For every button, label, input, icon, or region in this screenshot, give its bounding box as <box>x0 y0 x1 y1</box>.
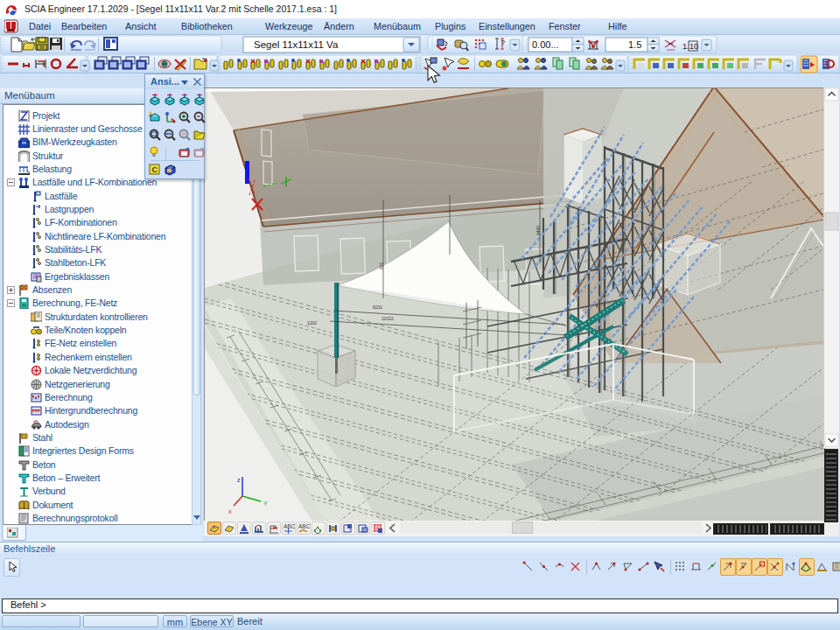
svg-text:C: C <box>152 165 158 174</box>
svg-text:10: 10 <box>690 42 698 51</box>
svg-text:Segel 11x11x11 Va: Segel 11x11x11 Va <box>254 39 339 50</box>
svg-text:1.5: 1.5 <box>628 39 641 50</box>
svg-text:R: R <box>182 131 186 137</box>
svg-text:ABC: ABC <box>284 523 295 529</box>
svg-text:12022: 12022 <box>382 316 394 321</box>
svg-text:?: ? <box>500 38 505 47</box>
svg-text:ABC: ABC <box>298 523 310 529</box>
svg-text:8231: 8231 <box>373 304 382 310</box>
svg-text:z: z <box>237 477 241 483</box>
svg-text:1.: 1. <box>682 42 690 51</box>
svg-text:0.00...: 0.00... <box>532 39 559 50</box>
svg-text:920: 920 <box>379 262 384 270</box>
svg-text:x: x <box>228 508 232 514</box>
svg-text:4443: 4443 <box>536 226 541 235</box>
svg-text:1202: 1202 <box>307 320 317 326</box>
svg-text:Y: Y <box>263 500 268 507</box>
